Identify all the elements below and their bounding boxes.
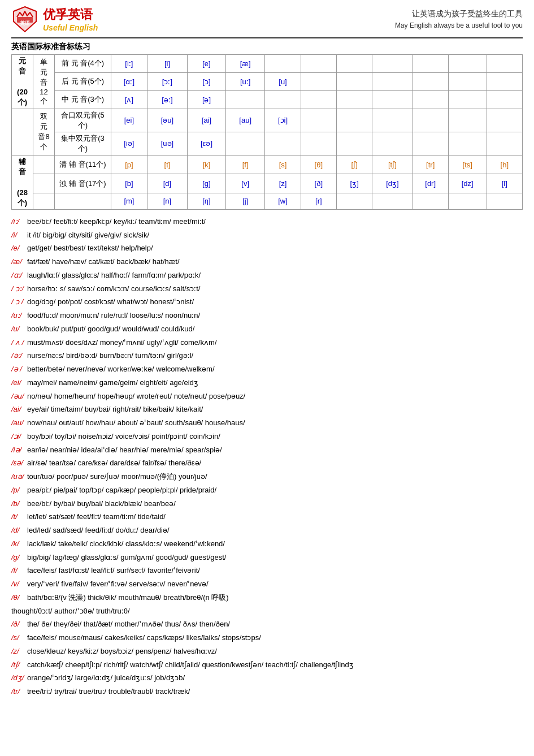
ipa-cell: [ɔː] [147,72,187,90]
phoneme-line: /e/get/get/ best/best/ text/tekst/ help/… [11,242,523,255]
ipa-cell: [t] [147,155,187,174]
phoneme-line: /ɔi/boy/bɔi/ toy/tɔi/ noise/nɔiz/ voice/… [11,430,523,443]
consonants-label: 辅 音(28个) [12,155,33,209]
phoneme-line: /uː/food/fuːd/ moon/muːn/ rule/ruːl/ loo… [11,309,523,322]
ipa-cell: [dr] [413,174,448,193]
phoneme-symbol: /tʃ/ [11,659,25,672]
phoneme-line: /z/close/kləuz/ keys/kiːz/ boys/bɔiz/ pe… [11,645,523,658]
phoneme-line: /əː/nurse/nəːs/ bird/bəːd/ burn/bəːn/ tu… [11,349,523,362]
ipa-cell: [d] [147,174,187,193]
ipa-cell: [ʌ] [111,90,147,109]
phoneme-symbol: /εə/ [11,457,25,470]
tagline: 让英语成为孩子受益终生的工具 May English always be a u… [395,7,523,31]
ipa-cell [448,72,487,90]
ipa-cell [372,55,413,73]
phoneme-line: /au/now/nau/ out/aut/ how/hau/ about/ əˈ… [11,417,523,430]
ipa-cell: [ɑː] [111,72,147,90]
phoneme-words: it /it/ big/big/ city/siti/ give/giv/ si… [27,229,149,242]
ipa-cell: [εə] [188,132,226,155]
ipa-cell [413,72,448,90]
ipa-cell: [ai] [188,109,226,132]
ipa-cell [413,109,448,132]
phoneme-words: face/feis/ mouse/maus/ cakes/keiks/ caps… [27,632,261,645]
phoneme-line: /ə /better/betə/ never/nevə/ worker/wəːk… [11,363,523,376]
phoneme-words: led/led/ sad/sæd/ feed/fiːd/ do/duː/ dea… [27,524,170,537]
phoneme-words: bath/bɑːθ/(v 洗澡) thick/θik/ mouth/mauθ/ … [27,591,229,604]
table-row: 双 元音8个 合口双元音(5个) [ei] [əu] [ai] [au] [ɔi… [12,109,523,132]
ipa-cell [372,193,413,209]
phoneme-words: lack/læk/ take/teik/ clock/klɔk/ class/k… [27,538,225,551]
ipa-cell [448,90,487,109]
ipa-cell [487,72,522,90]
phoneme-symbol: /iə/ [11,444,25,457]
phoneme-line: /k/lack/læk/ take/teik/ clock/klɔk/ clas… [11,538,523,551]
phoneme-words: bee/biː/ feet/fiːt/ keep/kiːp/ key/kiː/ … [27,215,206,228]
ipa-cell: [əː] [147,90,187,109]
phoneme-line: /ɑː/laugh/lɑːf/ glass/glɑːs/ half/hɑːf/ … [11,269,523,282]
phoneme-symbol: /s/ [11,632,25,645]
ipa-cell [372,90,413,109]
close-diphthong-label: 合口双元音(5个) [55,109,111,132]
phoneme-line: /æ/fat/fæt/ have/hæv/ cat/kæt/ back/bæk/… [11,256,523,269]
ipa-cell [487,109,522,132]
phoneme-line: /ð/the/ ðe/ they/ðei/ that/ðæt/ mother/ˈ… [11,618,523,631]
phoneme-symbol: /uə/ [11,470,25,483]
phoneme-line: /u/book/buk/ put/put/ good/gud/ would/wu… [11,323,523,336]
ipa-cell [225,132,264,155]
phoneme-symbol: / ʌ / [11,336,25,349]
phoneme-words: may/mei/ name/neim/ game/geim/ eight/eit… [27,377,198,390]
phoneme-symbol: /ai/ [11,403,25,416]
phoneme-line: /iə/ear/iə/ near/niə/ idea/aiˈdiə/ hear/… [11,444,523,457]
ipa-cell: [l] [487,174,522,193]
ipa-cell: [θ] [301,155,336,174]
ipa-cell: [æ] [225,55,264,73]
ipa-cell: [ŋ] [188,193,226,209]
ipa-cell [487,55,522,73]
phoneme-words: no/nəu/ home/həum/ hope/həup/ wrote/rəut… [27,390,245,403]
ipa-cell [337,72,372,90]
ipa-cell: [ʃ] [337,155,372,174]
phoneme-line: / ʌ /must/mʌst/ does/dʌz/ money/ˈmʌni/ u… [11,336,523,349]
ipa-cell [372,72,413,90]
ipa-cell: [ei] [111,109,147,132]
voiced-label [33,155,55,174]
table-row: 辅 音(28个) 清 辅 音(11个) [p] [t] [k] [f] [s] … [12,155,523,174]
phoneme-words: ear/iə/ near/niə/ idea/aiˈdiə/ hear/hiə/… [27,444,222,457]
phoneme-words: let/let/ sat/sæt/ feet/fiːt/ team/tiːm/ … [27,511,166,524]
logo-area: 英语 优孚英语 Useful English [11,6,98,33]
phoneme-symbol: /z/ [11,645,25,658]
diphthong-label [12,109,33,155]
phoneme-line: /i/it /it/ big/big/ city/siti/ give/giv/… [11,229,523,242]
header: 英语 优孚英语 Useful English 让英语成为孩子受益终生的工具 Ma… [11,6,523,38]
phoneme-words: must/mʌst/ does/dʌz/ money/ˈmʌni/ ugly/ˈ… [27,336,217,349]
ipa-cell [413,90,448,109]
voiceless-label: 清 辅 音(11个) [55,155,111,174]
ipa-cell: [w] [265,193,301,209]
phoneme-words: thought/θɔːt/ author/ˈɔθə/ truth/truːθ/ [11,605,130,618]
ipa-cell: [əu] [147,109,187,132]
ipa-cell [487,132,522,155]
ipa-cell: [s] [265,155,301,174]
ipa-cell: [k] [188,155,226,174]
phoneme-words: food/fuːd/ moon/muːn/ rule/ruːl/ loose/l… [27,309,200,322]
back-vowel-label: 后 元 音(5个) [55,72,111,90]
phoneme-symbol: /i/ [11,229,25,242]
ipa-cell: [e] [188,55,226,73]
ipa-cell [301,72,336,90]
ipa-cell [448,193,487,209]
ipa-cell [448,109,487,132]
phoneme-symbol: /ð/ [11,618,25,631]
ipa-cell [301,132,336,155]
phoneme-words: laugh/lɑːf/ glass/glɑːs/ half/hɑːf/ farm… [27,269,201,282]
phoneme-words: air/εə/ tear/tεə/ care/kεə/ dare/dεə/ fa… [27,457,201,470]
phoneme-words: tour/tuə/ poor/puə/ sure/ʃuə/ moor/muə/(… [27,470,207,483]
phoneme-words: book/buk/ put/put/ good/gud/ would/wud/ … [27,323,194,336]
ipa-cell: [ɔi] [265,109,301,132]
phoneme-symbol: /dʒ/ [11,672,25,685]
ipa-cell [448,132,487,155]
phoneme-words: orange/ˈɔridʒ/ large/lɑːdʒ/ juice/dʒuːs/… [27,672,185,685]
ipa-cell: [iː] [111,55,147,73]
phoneme-words: fat/fæt/ have/hæv/ cat/kæt/ back/bæk/ ha… [27,256,180,269]
phoneme-symbol: /æ/ [11,256,25,269]
phoneme-words: better/betə/ never/nevə/ worker/wəːkə/ w… [27,363,215,376]
